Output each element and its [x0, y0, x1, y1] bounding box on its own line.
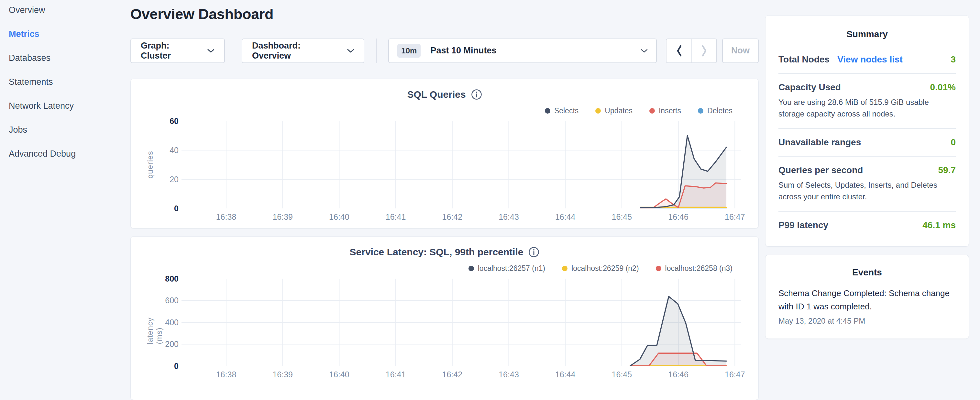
- x-tick: 16:45: [612, 212, 632, 222]
- x-tick: 16:42: [442, 212, 463, 222]
- info-icon[interactable]: [471, 89, 482, 100]
- legend-dot: [545, 108, 550, 113]
- event-timestamp: May 13, 2020 at 4:45 PM: [778, 317, 956, 325]
- event-text: Schema Change Completed: Schema change w…: [778, 287, 956, 313]
- x-tick: 16:39: [272, 212, 293, 222]
- chevron-right-icon: [701, 45, 708, 57]
- x-tick: 16:41: [386, 370, 406, 379]
- y-tick: 60: [170, 116, 178, 126]
- summary-row-total-nodes: Total Nodes View nodes list 3: [778, 46, 956, 74]
- legend-item: Updates: [595, 107, 633, 115]
- legend-label: localhost:26257 (n1): [478, 264, 545, 273]
- legend-dot: [698, 108, 703, 113]
- x-tick: 16:41: [386, 212, 406, 222]
- sidebar-item-overview[interactable]: Overview: [9, 5, 130, 15]
- controls-divider: [376, 38, 377, 63]
- summary-heading: Summary: [778, 29, 956, 40]
- y-axis-ticks: 800 600 400 200 0: [150, 274, 178, 371]
- y-tick: 200: [165, 339, 178, 349]
- event-list-item: Schema Change Completed: Schema change w…: [778, 287, 956, 325]
- y-tick: 40: [170, 145, 178, 155]
- y-tick: 400: [165, 317, 178, 327]
- legend-item: Deletes: [698, 107, 732, 115]
- chart-legend: Selects Updates Inserts Deletes: [131, 105, 758, 116]
- summary-value: 0: [951, 137, 956, 148]
- summary-label: Capacity Used: [778, 82, 841, 92]
- legend-item: Selects: [545, 107, 579, 115]
- legend-label: Deletes: [707, 107, 732, 115]
- x-tick: 16:38: [216, 370, 237, 379]
- x-tick: 16:44: [555, 212, 576, 222]
- summary-panel: Summary Total Nodes View nodes list 3 Ca…: [765, 15, 969, 247]
- summary-description: You are using 28.6 MiB of 515.9 GiB usab…: [778, 96, 956, 120]
- chevron-down-icon: [641, 49, 648, 53]
- legend-label: localhost:26258 (n3): [665, 264, 732, 273]
- dashboard-dropdown[interactable]: Dashboard: Overview: [242, 38, 364, 63]
- view-nodes-list-link[interactable]: View nodes list: [837, 54, 903, 65]
- page-title: Overview Dashboard: [130, 6, 759, 23]
- sql-queries-chart-card: SQL Queries Selects Updates Inserts Dele…: [130, 79, 759, 228]
- summary-row-capacity-used: Capacity Used 0.01% You are using 28.6 M…: [778, 74, 956, 129]
- service-latency-chart-card: Service Latency: SQL, 99th percentile lo…: [130, 236, 759, 400]
- legend-label: Selects: [554, 107, 579, 115]
- dashboard-dropdown-label: Dashboard: Overview: [252, 41, 341, 61]
- controls-bar: Graph: Cluster Dashboard: Overview 10m P…: [130, 38, 759, 64]
- chevron-down-icon: [207, 49, 215, 53]
- service-latency-plot[interactable]: [181, 279, 741, 366]
- sidebar-item-jobs[interactable]: Jobs: [9, 125, 130, 135]
- summary-value: 46.1 ms: [923, 220, 956, 230]
- time-step-buttons: [666, 38, 717, 63]
- x-tick: 16:43: [499, 212, 519, 222]
- summary-label: Queries per second: [778, 165, 863, 175]
- legend-label: Inserts: [659, 107, 681, 115]
- legend-item: Inserts: [649, 107, 681, 115]
- chart-title: SQL Queries: [407, 89, 466, 100]
- right-sidebar: Summary Total Nodes View nodes list 3 Ca…: [765, 0, 969, 400]
- legend-dot: [562, 266, 568, 271]
- summary-description: Sum of Selects, Updates, Inserts, and De…: [778, 179, 956, 202]
- x-tick: 16:47: [725, 370, 745, 379]
- now-button[interactable]: Now: [722, 38, 759, 63]
- sidebar-item-metrics[interactable]: Metrics: [9, 29, 130, 39]
- y-tick: 600: [165, 295, 178, 305]
- x-tick: 16:44: [555, 370, 576, 379]
- x-tick: 16:40: [329, 212, 349, 222]
- x-tick: 16:40: [329, 370, 349, 379]
- sidebar-item-statements[interactable]: Statements: [9, 77, 130, 87]
- x-tick: 16:39: [272, 370, 293, 379]
- summary-value: 0.01%: [930, 82, 956, 92]
- x-tick: 16:47: [725, 212, 745, 222]
- x-tick: 16:43: [499, 370, 519, 379]
- summary-label: P99 latency: [778, 220, 828, 230]
- sidebar-item-databases[interactable]: Databases: [9, 53, 130, 63]
- x-axis-ticks: 16:38 16:39 16:40 16:41 16:42 16:43 16:4…: [181, 212, 741, 223]
- time-range-selector[interactable]: 10m Past 10 Minutes: [388, 38, 657, 63]
- y-tick: 800: [165, 274, 178, 284]
- legend-dot: [468, 266, 474, 271]
- y-axis-ticks: 60 40 20 0: [150, 116, 178, 213]
- x-tick: 16:46: [668, 212, 689, 222]
- sidebar-item-network-latency[interactable]: Network Latency: [9, 101, 130, 111]
- events-heading: Events: [778, 267, 956, 278]
- summary-row-unavailable-ranges: Unavailable ranges 0: [778, 129, 956, 157]
- x-tick: 16:42: [442, 370, 463, 379]
- y-tick: 0: [174, 204, 178, 213]
- summary-value: 3: [951, 54, 956, 65]
- summary-row-queries-per-second: Queries per second 59.7 Sum of Selects, …: [778, 157, 956, 212]
- legend-dot: [656, 266, 661, 271]
- time-range-chip: 10m: [397, 44, 421, 57]
- time-step-forward-button[interactable]: [691, 39, 716, 62]
- legend-item: localhost:26257 (n1): [468, 264, 545, 273]
- sidebar-item-advanced-debug[interactable]: Advanced Debug: [9, 149, 130, 159]
- legend-item: localhost:26259 (n2): [562, 264, 639, 273]
- summary-label: Unavailable ranges: [778, 137, 861, 148]
- summary-row-p99-latency: P99 latency 46.1 ms: [778, 212, 956, 239]
- chevron-down-icon: [347, 49, 354, 53]
- sql-queries-plot[interactable]: [181, 121, 741, 209]
- events-panel: Events Schema Change Completed: Schema c…: [765, 255, 969, 339]
- x-tick: 16:38: [216, 212, 237, 222]
- info-icon[interactable]: [528, 247, 539, 258]
- graph-dropdown[interactable]: Graph: Cluster: [130, 38, 225, 63]
- time-step-back-button[interactable]: [667, 39, 691, 62]
- legend-item: localhost:26258 (n3): [656, 264, 732, 273]
